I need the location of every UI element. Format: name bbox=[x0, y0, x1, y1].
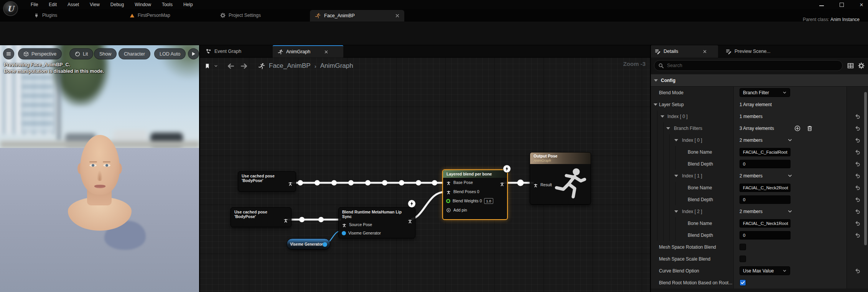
reset-to-default-icon[interactable] bbox=[855, 161, 860, 167]
reset-to-default-icon[interactable] bbox=[855, 113, 860, 119]
details-row[interactable]: Mesh Space Rotation Blend bbox=[651, 241, 868, 253]
node-use-cached-pose-bottom[interactable]: Use cached pose 'BodyPose' bbox=[231, 207, 292, 227]
tab-first-person-map[interactable]: FirstPersonMap bbox=[130, 9, 170, 21]
animgraph-panel[interactable]: Event Graph AnimGraph Face_AnimBP › Anim… bbox=[200, 45, 651, 292]
value-input[interactable]: FACIAL_C_FacialRoot bbox=[740, 148, 791, 156]
menu-asset[interactable]: Asset bbox=[68, 2, 79, 7]
reset-to-default-icon[interactable] bbox=[855, 125, 860, 131]
menu-tools[interactable]: Tools bbox=[162, 2, 173, 7]
viewport-play-button[interactable] bbox=[188, 48, 199, 59]
details-row[interactable]: Index [ 2 ]2 members bbox=[651, 205, 868, 217]
menu-file[interactable]: File bbox=[31, 2, 38, 7]
details-row[interactable]: Blend Root Motion Based on Root... bbox=[651, 277, 868, 289]
reset-to-default-icon[interactable] bbox=[855, 197, 860, 202]
chevron-down-icon[interactable] bbox=[787, 173, 792, 178]
check-icon[interactable] bbox=[740, 280, 745, 285]
tab-plugins[interactable]: Plugins bbox=[34, 9, 57, 21]
value-checkbox[interactable] bbox=[740, 244, 746, 250]
tab-details[interactable]: Details bbox=[651, 45, 718, 57]
value-input[interactable]: 0 bbox=[740, 231, 791, 240]
pose-output-pin[interactable] bbox=[499, 181, 505, 186]
value-checkbox[interactable] bbox=[740, 256, 746, 262]
perspective-dropdown[interactable]: Perspective bbox=[18, 48, 62, 59]
blend-weight-value[interactable]: 1.0 bbox=[484, 198, 493, 204]
reset-to-default-icon[interactable] bbox=[855, 268, 860, 274]
expander-icon[interactable] bbox=[654, 79, 658, 82]
tab-preview-scene[interactable]: Preview Scene... bbox=[722, 45, 774, 57]
value-dropdown[interactable]: Use Max Value bbox=[740, 266, 790, 275]
chevron-down-icon[interactable] bbox=[787, 138, 792, 143]
show-dropdown[interactable]: Show bbox=[94, 48, 117, 59]
menu-debug[interactable]: Debug bbox=[110, 2, 124, 7]
value-dropdown[interactable]: Branch Filter bbox=[740, 88, 790, 97]
result-input-pin[interactable] bbox=[533, 182, 538, 187]
pose-input-pin[interactable] bbox=[446, 180, 451, 185]
details-row[interactable]: Bone NameFACIAL_C_FacialRoot bbox=[651, 146, 868, 158]
tab-event-graph[interactable]: Event Graph bbox=[201, 45, 246, 57]
expander-icon[interactable] bbox=[674, 139, 678, 141]
close-tab-icon[interactable] bbox=[703, 49, 707, 54]
expander-icon[interactable] bbox=[674, 210, 678, 213]
add-pin-icon[interactable] bbox=[446, 208, 451, 213]
tab-face-animbp[interactable]: Face_AnimBP bbox=[310, 10, 404, 21]
expander-icon[interactable] bbox=[666, 127, 670, 130]
details-row[interactable]: Bone NameFACIAL_C_Neck1Root bbox=[651, 217, 868, 229]
details-row[interactable]: Index [ 0 ]2 members bbox=[651, 134, 868, 146]
node-blend-lipsync[interactable]: Blend Runtime MetaHuman Lip Sync Source … bbox=[338, 207, 415, 238]
node-viseme-generator[interactable]: Viseme Generator bbox=[287, 238, 330, 250]
details-row[interactable]: Index [ 0 ]1 members bbox=[651, 110, 868, 122]
expander-icon[interactable] bbox=[674, 175, 678, 177]
pose-output-pin[interactable] bbox=[283, 217, 288, 223]
chevron-down-icon[interactable] bbox=[782, 90, 787, 95]
tab-animgraph[interactable]: AnimGraph bbox=[273, 45, 343, 57]
forward-arrow-icon[interactable] bbox=[240, 63, 248, 69]
display-filter-icon[interactable] bbox=[847, 62, 854, 69]
minimize-button[interactable] bbox=[818, 2, 825, 8]
section-config[interactable]: Config bbox=[651, 74, 868, 87]
details-row[interactable]: Branch Filters3 Array elements bbox=[651, 122, 868, 134]
lit-dropdown[interactable]: Lit bbox=[69, 48, 93, 59]
reset-to-default-icon[interactable] bbox=[855, 173, 860, 179]
lod-dropdown[interactable]: LOD Auto bbox=[154, 48, 186, 59]
character-dropdown[interactable]: Character bbox=[119, 48, 150, 59]
menu-view[interactable]: View bbox=[90, 2, 100, 7]
bookmark-icon[interactable] bbox=[204, 63, 210, 69]
value-input[interactable]: FACIAL_C_Neck1Root bbox=[740, 219, 791, 228]
details-row[interactable]: Blend Depth0 bbox=[651, 194, 868, 205]
details-row[interactable]: Layer Setup1 Array element bbox=[651, 98, 868, 110]
maximize-button[interactable] bbox=[838, 2, 845, 8]
value-checkbox[interactable] bbox=[740, 279, 746, 286]
reset-to-default-icon[interactable] bbox=[855, 149, 860, 155]
menu-edit[interactable]: Edit bbox=[49, 2, 57, 7]
pose-input-pin[interactable] bbox=[342, 222, 347, 227]
details-row[interactable]: Blend Depth0 bbox=[651, 229, 868, 241]
details-row[interactable]: Curve Blend OptionUse Max Value bbox=[651, 265, 868, 277]
value-input[interactable]: 0 bbox=[740, 160, 791, 168]
expander-icon[interactable] bbox=[654, 103, 657, 106]
viseme-output-pin[interactable] bbox=[323, 242, 327, 247]
pose-input-pin[interactable] bbox=[446, 189, 451, 194]
reset-to-default-icon[interactable] bbox=[855, 220, 860, 226]
node-layered-blend-per-bone[interactable]: Layered blend per bone Base Pose Blend P… bbox=[442, 169, 508, 220]
chevron-down-icon[interactable] bbox=[782, 269, 787, 273]
pose-output-pin[interactable] bbox=[407, 218, 413, 223]
details-row[interactable]: Blend ModeBranch Filter bbox=[651, 87, 868, 98]
viewport-menu-button[interactable] bbox=[3, 48, 14, 59]
breadcrumb-current[interactable]: AnimGraph bbox=[320, 62, 353, 70]
expander-icon[interactable] bbox=[660, 115, 664, 118]
tab-project-settings[interactable]: Project Settings bbox=[220, 9, 261, 21]
node-output-pose[interactable]: Output Pose AnimGraph Result bbox=[530, 152, 591, 205]
reset-to-default-icon[interactable] bbox=[855, 208, 860, 214]
menu-help[interactable]: Help bbox=[183, 2, 193, 7]
back-arrow-icon[interactable] bbox=[227, 63, 234, 69]
chevron-down-icon[interactable] bbox=[787, 209, 792, 214]
node-use-cached-pose-top[interactable]: Use cached pose 'BodyPose' bbox=[238, 171, 296, 192]
add-array-element-icon[interactable] bbox=[794, 125, 800, 131]
viseme-input-pin[interactable] bbox=[342, 231, 346, 235]
preview-viewport[interactable]: Perspective Lit Show Character LOD Auto … bbox=[0, 45, 200, 292]
close-button[interactable]: × bbox=[858, 2, 865, 8]
details-row[interactable]: Bone NameFACIAL_C_Neck2Root bbox=[651, 182, 868, 194]
details-row[interactable]: Index [ 1 ]2 members bbox=[651, 170, 868, 182]
value-input[interactable]: FACIAL_C_Neck2Root bbox=[740, 184, 791, 192]
details-scrollbar[interactable] bbox=[864, 92, 867, 245]
